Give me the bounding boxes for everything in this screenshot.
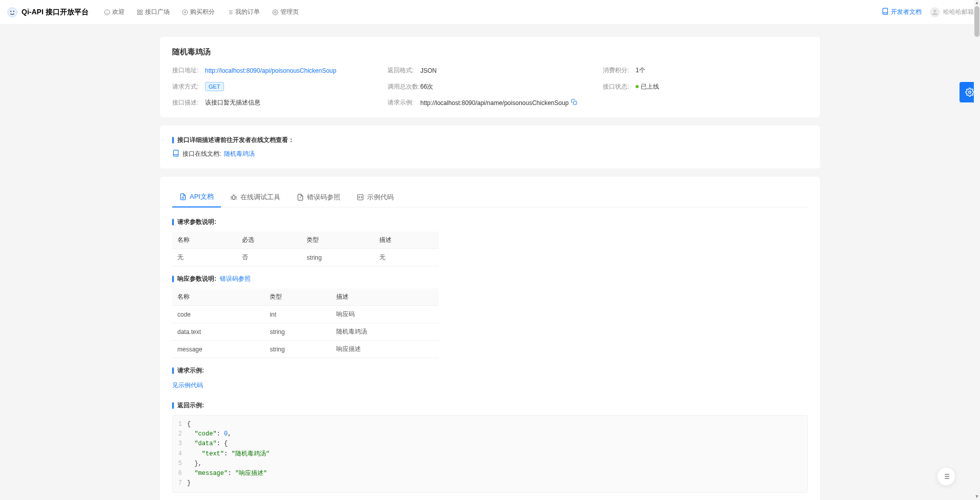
copy-icon[interactable] [571,99,577,107]
info-value: http://localhost:8090/api/name/poisonous… [420,99,569,107]
info-label: 接口描述: [172,98,205,107]
code-line: 4 "text": "随机毒鸡汤" [173,449,807,459]
svg-point-2 [13,11,14,12]
info-value: 1个 [636,66,645,75]
table-header-cell: 描述 [331,288,439,306]
info-value[interactable]: http://localhost:8090/api/poisonousChick… [205,67,336,74]
table-cell: 无 [374,249,439,266]
table-header-cell: 描述 [374,232,439,249]
svg-rect-9 [137,13,139,15]
table-cell: data.text [172,323,264,341]
info-value: JSON [420,67,437,74]
nav-item-purchase[interactable]: 购买积分 [177,5,220,19]
nav-item-welcome[interactable]: 欢迎 [99,5,130,19]
info-value: 66次 [420,82,433,91]
line-number: 2 [173,429,187,439]
scrollbar-thumb[interactable] [974,6,979,37]
scroll-down-arrow-icon[interactable]: ▼ [974,494,980,500]
doc-link-label: 接口在线文档: [182,150,221,158]
info-cost: 消费积分: 1个 [603,66,808,75]
svg-point-3 [105,10,110,15]
error-code-link[interactable]: 错误码参照 [220,275,251,282]
info-url: 接口地址: http://localhost:8090/api/poisonou… [172,66,377,75]
tab-label: 在线调试工具 [240,193,280,202]
line-number: 5 [173,459,187,469]
table-cell: 否 [237,249,301,266]
method-tag: GET [205,82,224,91]
svg-point-28 [969,91,971,94]
user-badge[interactable]: 哈哈哈邮箱 [930,7,974,17]
list-icon [942,472,950,481]
tab-api-doc[interactable]: API文档 [172,187,221,207]
svg-rect-7 [140,10,142,12]
table-cell: code [172,306,264,323]
table-cell: 响应描述 [331,341,439,358]
tab-label: 示例代码 [367,193,394,202]
resp-params-heading-text: 响应参数说明: [177,275,216,282]
username: 哈哈哈邮箱 [943,8,974,16]
table-cell: 无 [172,249,237,266]
info-label: 接口状态: [603,82,636,91]
table-header-row: 名称类型描述 [172,288,439,306]
plus-circle-icon [182,9,188,15]
table-cell: message [172,341,264,358]
line-content: "code": 0, [187,429,231,439]
table-cell: int [264,306,331,323]
header-right: 开发者文档 哈哈哈邮箱 [882,7,974,17]
nav-item-marketplace[interactable]: 接口广场 [132,5,175,19]
table-header-cell: 必选 [237,232,301,249]
table-header-cell: 名称 [172,288,264,306]
bug-icon [230,194,237,201]
gear-icon [965,88,974,97]
app-logo[interactable]: Qi-API 接口开放平台 [6,6,89,18]
status-dot-icon [636,85,639,88]
see-sample-code-link[interactable]: 见示例代码 [172,381,203,390]
tab-error-codes[interactable]: 错误码参照 [290,187,348,207]
line-content: } [187,478,191,488]
info-call-count: 调用总次数: 66次 [387,82,593,91]
table-header-cell: 类型 [301,232,374,249]
line-content: "message": "响应描述" [187,469,267,478]
nav-item-admin[interactable]: 管理页 [267,5,304,19]
info-return-format: 返回格式: JSON [387,66,593,75]
grid-icon [137,9,143,15]
info-grid: 接口地址: http://localhost:8090/api/poisonou… [172,66,808,107]
nav-item-orders[interactable]: 我的订单 [222,5,265,19]
table-header-row: 名称必选类型描述 [172,232,439,249]
svg-rect-8 [140,13,142,15]
svg-point-19 [274,11,276,13]
dev-docs-label: 开发者文档 [891,8,922,16]
info-label: 返回格式: [387,66,420,75]
tab-debug-tool[interactable]: 在线调试工具 [223,187,288,207]
dev-docs-link[interactable]: 开发者文档 [882,8,922,16]
svg-rect-6 [137,10,139,12]
nav-label: 欢迎 [112,8,125,16]
table-row: messagestring响应描述 [172,341,439,358]
main-nav: 欢迎 接口广场 购买积分 我的订单 管理页 [99,5,304,19]
book-icon [882,8,889,16]
info-label: 接口地址: [172,66,205,75]
table-cell: string [301,249,374,266]
code-line: 3 "data": { [173,439,807,449]
table-cell: string [264,323,331,341]
table-row: data.textstring随机毒鸡汤 [172,323,439,341]
scrollbar[interactable]: ▲ ▼ [974,0,980,500]
svg-rect-21 [573,101,577,105]
info-value: 已上线 [636,82,659,91]
info-label: 调用总次数: [387,82,420,91]
page-title: 随机毒鸡汤 [172,47,808,57]
code-line: 2 "code": 0, [173,429,807,439]
info-desc: 接口描述: 该接口暂无描述信息 [172,98,377,107]
scroll-up-arrow-icon[interactable]: ▲ [974,0,980,6]
toc-fab[interactable] [937,467,955,486]
doc-online-link[interactable]: 随机毒鸡汤 [224,150,255,158]
list-icon [227,9,233,15]
svg-point-20 [933,9,936,12]
avatar [930,7,940,17]
logo-icon [6,6,18,18]
resp-example-heading: 返回示例: [172,401,808,410]
tab-sample-code[interactable]: 示例代码 [350,187,401,207]
svg-rect-24 [233,195,235,199]
svg-point-0 [8,7,17,16]
table-header-cell: 名称 [172,232,237,249]
